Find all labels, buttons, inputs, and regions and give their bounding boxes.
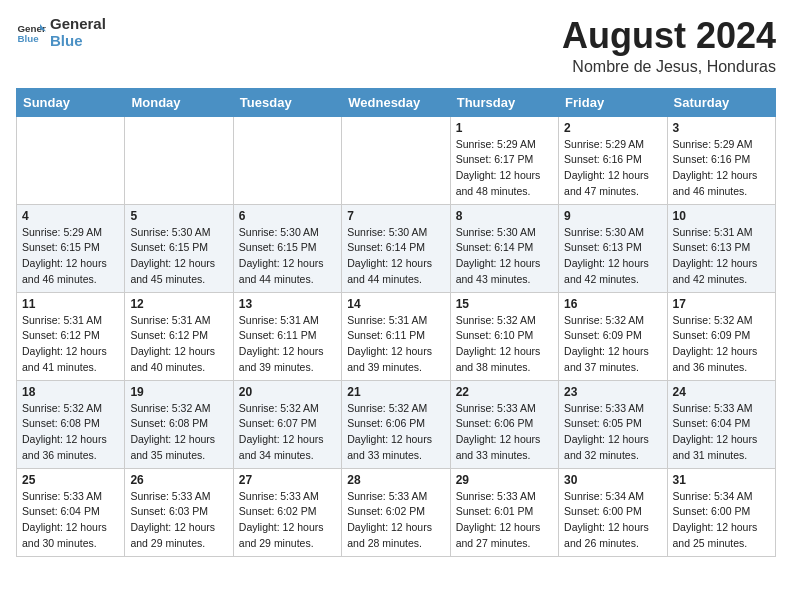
week-row-4: 18Sunrise: 5:32 AMSunset: 6:08 PMDayligh… <box>17 380 776 468</box>
weekday-header-sunday: Sunday <box>17 88 125 116</box>
day-info: Sunrise: 5:32 AMSunset: 6:06 PMDaylight:… <box>347 401 444 464</box>
day-number: 25 <box>22 473 119 487</box>
day-number: 23 <box>564 385 661 399</box>
day-info: Sunrise: 5:33 AMSunset: 6:02 PMDaylight:… <box>347 489 444 552</box>
calendar-cell-1-4 <box>342 116 450 204</box>
day-info: Sunrise: 5:33 AMSunset: 6:03 PMDaylight:… <box>130 489 227 552</box>
day-info: Sunrise: 5:30 AMSunset: 6:14 PMDaylight:… <box>347 225 444 288</box>
calendar-cell-4-2: 19Sunrise: 5:32 AMSunset: 6:08 PMDayligh… <box>125 380 233 468</box>
location-subtitle: Nombre de Jesus, Honduras <box>562 58 776 76</box>
weekday-header-tuesday: Tuesday <box>233 88 341 116</box>
logo-general: General <box>50 16 106 33</box>
week-row-2: 4Sunrise: 5:29 AMSunset: 6:15 PMDaylight… <box>17 204 776 292</box>
weekday-header-friday: Friday <box>559 88 667 116</box>
calendar-cell-2-7: 10Sunrise: 5:31 AMSunset: 6:13 PMDayligh… <box>667 204 775 292</box>
day-info: Sunrise: 5:32 AMSunset: 6:07 PMDaylight:… <box>239 401 336 464</box>
day-info: Sunrise: 5:32 AMSunset: 6:08 PMDaylight:… <box>22 401 119 464</box>
day-number: 14 <box>347 297 444 311</box>
day-number: 19 <box>130 385 227 399</box>
day-info: Sunrise: 5:32 AMSunset: 6:09 PMDaylight:… <box>564 313 661 376</box>
svg-text:Blue: Blue <box>18 33 40 44</box>
day-number: 4 <box>22 209 119 223</box>
day-number: 1 <box>456 121 553 135</box>
calendar-cell-1-2 <box>125 116 233 204</box>
day-info: Sunrise: 5:29 AMSunset: 6:16 PMDaylight:… <box>564 137 661 200</box>
weekday-header-thursday: Thursday <box>450 88 558 116</box>
day-info: Sunrise: 5:31 AMSunset: 6:11 PMDaylight:… <box>347 313 444 376</box>
day-info: Sunrise: 5:30 AMSunset: 6:15 PMDaylight:… <box>130 225 227 288</box>
day-info: Sunrise: 5:31 AMSunset: 6:12 PMDaylight:… <box>130 313 227 376</box>
day-info: Sunrise: 5:32 AMSunset: 6:10 PMDaylight:… <box>456 313 553 376</box>
day-info: Sunrise: 5:33 AMSunset: 6:01 PMDaylight:… <box>456 489 553 552</box>
calendar-cell-3-6: 16Sunrise: 5:32 AMSunset: 6:09 PMDayligh… <box>559 292 667 380</box>
day-info: Sunrise: 5:31 AMSunset: 6:13 PMDaylight:… <box>673 225 770 288</box>
logo: General Blue General Blue <box>16 16 106 49</box>
logo-blue: Blue <box>50 33 106 50</box>
day-number: 7 <box>347 209 444 223</box>
calendar-cell-3-7: 17Sunrise: 5:32 AMSunset: 6:09 PMDayligh… <box>667 292 775 380</box>
day-info: Sunrise: 5:33 AMSunset: 6:06 PMDaylight:… <box>456 401 553 464</box>
calendar-cell-1-5: 1Sunrise: 5:29 AMSunset: 6:17 PMDaylight… <box>450 116 558 204</box>
calendar-cell-1-1 <box>17 116 125 204</box>
calendar-cell-2-5: 8Sunrise: 5:30 AMSunset: 6:14 PMDaylight… <box>450 204 558 292</box>
day-info: Sunrise: 5:32 AMSunset: 6:08 PMDaylight:… <box>130 401 227 464</box>
day-number: 29 <box>456 473 553 487</box>
day-number: 26 <box>130 473 227 487</box>
calendar-cell-1-7: 3Sunrise: 5:29 AMSunset: 6:16 PMDaylight… <box>667 116 775 204</box>
day-info: Sunrise: 5:34 AMSunset: 6:00 PMDaylight:… <box>673 489 770 552</box>
calendar-cell-5-3: 27Sunrise: 5:33 AMSunset: 6:02 PMDayligh… <box>233 468 341 556</box>
calendar-cell-3-3: 13Sunrise: 5:31 AMSunset: 6:11 PMDayligh… <box>233 292 341 380</box>
calendar-cell-4-1: 18Sunrise: 5:32 AMSunset: 6:08 PMDayligh… <box>17 380 125 468</box>
calendar-cell-5-2: 26Sunrise: 5:33 AMSunset: 6:03 PMDayligh… <box>125 468 233 556</box>
calendar-cell-5-1: 25Sunrise: 5:33 AMSunset: 6:04 PMDayligh… <box>17 468 125 556</box>
day-info: Sunrise: 5:30 AMSunset: 6:14 PMDaylight:… <box>456 225 553 288</box>
calendar-cell-5-5: 29Sunrise: 5:33 AMSunset: 6:01 PMDayligh… <box>450 468 558 556</box>
day-info: Sunrise: 5:32 AMSunset: 6:09 PMDaylight:… <box>673 313 770 376</box>
day-number: 5 <box>130 209 227 223</box>
day-info: Sunrise: 5:33 AMSunset: 6:05 PMDaylight:… <box>564 401 661 464</box>
day-number: 11 <box>22 297 119 311</box>
calendar-cell-1-6: 2Sunrise: 5:29 AMSunset: 6:16 PMDaylight… <box>559 116 667 204</box>
month-year-title: August 2024 <box>562 16 776 56</box>
calendar-cell-3-5: 15Sunrise: 5:32 AMSunset: 6:10 PMDayligh… <box>450 292 558 380</box>
day-number: 3 <box>673 121 770 135</box>
day-number: 28 <box>347 473 444 487</box>
day-info: Sunrise: 5:30 AMSunset: 6:15 PMDaylight:… <box>239 225 336 288</box>
day-info: Sunrise: 5:31 AMSunset: 6:12 PMDaylight:… <box>22 313 119 376</box>
calendar-cell-2-3: 6Sunrise: 5:30 AMSunset: 6:15 PMDaylight… <box>233 204 341 292</box>
calendar-cell-2-4: 7Sunrise: 5:30 AMSunset: 6:14 PMDaylight… <box>342 204 450 292</box>
day-number: 2 <box>564 121 661 135</box>
week-row-5: 25Sunrise: 5:33 AMSunset: 6:04 PMDayligh… <box>17 468 776 556</box>
day-number: 31 <box>673 473 770 487</box>
weekday-header-saturday: Saturday <box>667 88 775 116</box>
calendar-cell-5-4: 28Sunrise: 5:33 AMSunset: 6:02 PMDayligh… <box>342 468 450 556</box>
day-number: 20 <box>239 385 336 399</box>
calendar-cell-4-7: 24Sunrise: 5:33 AMSunset: 6:04 PMDayligh… <box>667 380 775 468</box>
title-block: August 2024 Nombre de Jesus, Honduras <box>562 16 776 76</box>
calendar-cell-4-5: 22Sunrise: 5:33 AMSunset: 6:06 PMDayligh… <box>450 380 558 468</box>
day-info: Sunrise: 5:31 AMSunset: 6:11 PMDaylight:… <box>239 313 336 376</box>
day-number: 12 <box>130 297 227 311</box>
day-number: 27 <box>239 473 336 487</box>
weekday-header-wednesday: Wednesday <box>342 88 450 116</box>
day-info: Sunrise: 5:29 AMSunset: 6:16 PMDaylight:… <box>673 137 770 200</box>
weekday-header-monday: Monday <box>125 88 233 116</box>
day-number: 8 <box>456 209 553 223</box>
day-number: 24 <box>673 385 770 399</box>
day-info: Sunrise: 5:33 AMSunset: 6:04 PMDaylight:… <box>673 401 770 464</box>
weekday-header-row: SundayMondayTuesdayWednesdayThursdayFrid… <box>17 88 776 116</box>
day-number: 22 <box>456 385 553 399</box>
calendar-cell-2-1: 4Sunrise: 5:29 AMSunset: 6:15 PMDaylight… <box>17 204 125 292</box>
day-number: 13 <box>239 297 336 311</box>
day-number: 6 <box>239 209 336 223</box>
calendar-cell-4-6: 23Sunrise: 5:33 AMSunset: 6:05 PMDayligh… <box>559 380 667 468</box>
calendar-cell-2-2: 5Sunrise: 5:30 AMSunset: 6:15 PMDaylight… <box>125 204 233 292</box>
day-number: 30 <box>564 473 661 487</box>
day-info: Sunrise: 5:29 AMSunset: 6:15 PMDaylight:… <box>22 225 119 288</box>
day-number: 18 <box>22 385 119 399</box>
day-number: 9 <box>564 209 661 223</box>
day-number: 17 <box>673 297 770 311</box>
calendar-cell-5-7: 31Sunrise: 5:34 AMSunset: 6:00 PMDayligh… <box>667 468 775 556</box>
logo-icon: General Blue <box>16 18 46 48</box>
calendar-cell-3-1: 11Sunrise: 5:31 AMSunset: 6:12 PMDayligh… <box>17 292 125 380</box>
